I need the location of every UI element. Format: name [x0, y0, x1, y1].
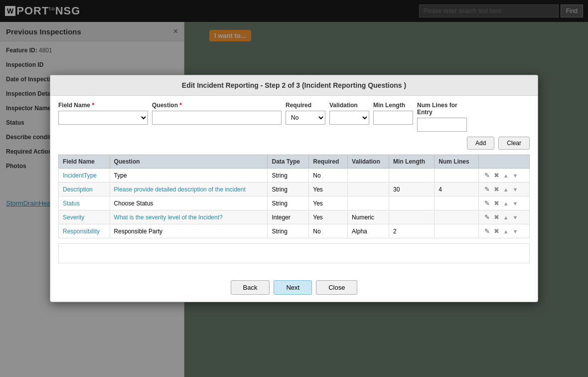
- cell-min-length: [389, 196, 435, 210]
- move-up-button[interactable]: ▲: [502, 200, 510, 207]
- questions-table: Field Name Question Data Type Required V…: [58, 155, 530, 238]
- field-name-label: Field Name *: [58, 102, 148, 109]
- delete-row-button[interactable]: ✖: [492, 213, 501, 221]
- cell-min-length: 30: [389, 183, 435, 196]
- col-min-length: Min Length: [389, 155, 435, 169]
- cell-question: Please provide detailed description of t…: [110, 183, 268, 196]
- field-name-group: Field Name *: [58, 102, 148, 125]
- move-up-button[interactable]: ▲: [502, 214, 510, 221]
- cell-row-actions: ✎ ✖ ▲ ▼: [478, 169, 529, 183]
- modal-overlay: Edit Incident Reporting - Step 2 of 3 (I…: [0, 0, 588, 377]
- min-length-input[interactable]: [373, 111, 413, 125]
- move-down-button[interactable]: ▼: [511, 172, 520, 179]
- min-length-label: Min Length: [373, 102, 413, 109]
- edit-row-button[interactable]: ✎: [483, 171, 491, 180]
- cell-data-type: String: [268, 169, 309, 183]
- back-button[interactable]: Back: [231, 280, 270, 295]
- close-button[interactable]: Close: [316, 280, 357, 295]
- cell-num-lines: [435, 196, 478, 210]
- cell-field-name: Status: [59, 196, 110, 210]
- required-group: Required No Yes: [286, 102, 325, 125]
- cell-field-name: Description: [59, 183, 110, 196]
- numlines-group: Num Lines for Entry: [417, 102, 467, 132]
- col-actions: [478, 155, 529, 169]
- cell-field-name: IncidentType: [59, 169, 110, 183]
- table-row: Severity What is the severity level of t…: [59, 210, 530, 224]
- required-select[interactable]: No Yes: [286, 111, 325, 125]
- question-group: Question *: [152, 102, 282, 125]
- col-data-type: Data Type: [268, 155, 309, 169]
- add-clear-row: Add Clear: [58, 137, 530, 150]
- delete-row-button[interactable]: ✖: [492, 227, 501, 235]
- table-empty-area: [58, 243, 530, 263]
- validation-select[interactable]: [329, 111, 369, 125]
- cell-validation: Numeric: [348, 210, 389, 224]
- cell-num-lines: 4: [435, 183, 478, 196]
- cell-data-type: String: [268, 196, 309, 210]
- delete-row-button[interactable]: ✖: [492, 199, 501, 207]
- validation-group: Validation: [329, 102, 369, 125]
- move-up-button[interactable]: ▲: [502, 228, 510, 235]
- cell-num-lines: [435, 224, 478, 238]
- modal-footer: Back Next Close: [50, 275, 538, 302]
- question-label: Question *: [152, 102, 282, 109]
- modal-body: Field Name * Question * Required No: [50, 96, 538, 275]
- cell-validation: [348, 196, 389, 210]
- move-down-button[interactable]: ▼: [511, 200, 520, 207]
- form-input-row: Field Name * Question * Required No: [58, 102, 530, 132]
- move-up-button[interactable]: ▲: [502, 186, 510, 193]
- cell-question: Choose Status: [110, 196, 268, 210]
- cell-required: Yes: [309, 183, 348, 196]
- cell-num-lines: [435, 169, 478, 183]
- modal-title: Edit Incident Reporting - Step 2 of 3 (I…: [50, 75, 538, 96]
- col-num-lines: Num Lines: [435, 155, 478, 169]
- cell-question: What is the severity level of the Incide…: [110, 210, 268, 224]
- col-question: Question: [110, 155, 268, 169]
- num-lines-input[interactable]: [417, 118, 467, 132]
- cell-field-name: Severity: [59, 210, 110, 224]
- question-input[interactable]: [152, 111, 282, 125]
- col-field-name: Field Name: [59, 155, 110, 169]
- cell-row-actions: ✎ ✖ ▲ ▼: [478, 183, 529, 196]
- delete-row-button[interactable]: ✖: [492, 185, 501, 193]
- cell-min-length: [389, 210, 435, 224]
- cell-required: No: [309, 169, 348, 183]
- edit-row-button[interactable]: ✎: [483, 227, 491, 235]
- cell-required: Yes: [309, 196, 348, 210]
- col-required: Required: [309, 155, 348, 169]
- cell-data-type: String: [268, 224, 309, 238]
- table-row: Status Choose Status String Yes ✎ ✖ ▲ ▼: [59, 196, 530, 210]
- table-row: Description Please provide detailed desc…: [59, 183, 530, 196]
- cell-question: Responsible Party: [110, 224, 268, 238]
- move-down-button[interactable]: ▼: [511, 186, 520, 193]
- validation-label: Validation: [329, 102, 369, 109]
- move-down-button[interactable]: ▼: [511, 214, 520, 221]
- cell-min-length: 2: [389, 224, 435, 238]
- cell-min-length: [389, 169, 435, 183]
- cell-row-actions: ✎ ✖ ▲ ▼: [478, 210, 529, 224]
- field-name-select[interactable]: [58, 111, 148, 125]
- edit-row-button[interactable]: ✎: [483, 185, 491, 193]
- required-label: Required: [286, 102, 325, 109]
- cell-row-actions: ✎ ✖ ▲ ▼: [478, 196, 529, 210]
- cell-validation: [348, 169, 389, 183]
- cell-required: No: [309, 224, 348, 238]
- move-up-button[interactable]: ▲: [502, 172, 510, 179]
- edit-row-button[interactable]: ✎: [483, 199, 491, 207]
- table-row: IncidentType Type String No ✎ ✖ ▲ ▼: [59, 169, 530, 183]
- add-button[interactable]: Add: [467, 137, 494, 150]
- delete-row-button[interactable]: ✖: [492, 171, 501, 180]
- next-button[interactable]: Next: [274, 280, 312, 295]
- clear-button[interactable]: Clear: [498, 137, 530, 150]
- cell-validation: [348, 183, 389, 196]
- edit-row-button[interactable]: ✎: [483, 213, 491, 221]
- table-row: Responsibility Responsible Party String …: [59, 224, 530, 238]
- cell-data-type: Integer: [268, 210, 309, 224]
- minlength-group: Min Length: [373, 102, 413, 125]
- cell-field-name: Responsibility: [59, 224, 110, 238]
- cell-question: Type: [110, 169, 268, 183]
- move-down-button[interactable]: ▼: [511, 228, 520, 235]
- cell-data-type: String: [268, 183, 309, 196]
- cell-row-actions: ✎ ✖ ▲ ▼: [478, 224, 529, 238]
- num-lines-label: Num Lines for Entry: [417, 102, 467, 116]
